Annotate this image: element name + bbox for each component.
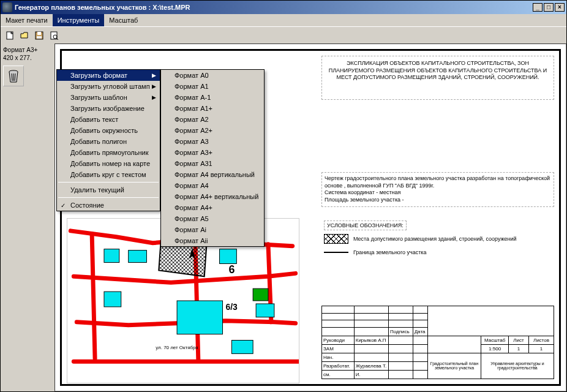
format-a2plus[interactable]: Формат А2+	[161, 125, 264, 136]
sheet-title-block[interactable]: ЭКСПЛИКАЦИЯ ОБЪЕКТОВ КАПИТАЛЬНОГО СТРОИТ…	[321, 56, 554, 100]
new-icon	[5, 31, 15, 40]
menu-add-circle[interactable]: Добавить окружность	[57, 125, 160, 136]
open-button[interactable]	[18, 29, 31, 42]
sheet-info-block[interactable]: Чертеж градостроительного плана земельно…	[321, 172, 554, 207]
legend-row-line: Граница земельного участка	[324, 247, 552, 257]
svg-rect-17	[231, 341, 253, 354]
menu-add-text[interactable]: Добавить текст	[57, 114, 160, 125]
left-panel: Формат А3+ 420 x 277.	[1, 43, 54, 391]
save-button[interactable]	[32, 29, 46, 42]
preview-button[interactable]	[47, 29, 61, 42]
titlebar: Генератор планов земельных участков : X:…	[1, 1, 566, 14]
format-a0[interactable]: Формат А0	[161, 70, 264, 81]
trash-icon	[7, 69, 20, 83]
format-a4[interactable]: Формат А4	[161, 180, 264, 191]
format-a-1[interactable]: Формат А-1	[161, 92, 264, 103]
new-button[interactable]	[3, 29, 17, 42]
svg-rect-2	[37, 32, 41, 35]
hatch-swatch-icon	[324, 234, 348, 244]
svg-text:ул. 70 лет Октября: ул. 70 лет Октября	[156, 345, 198, 350]
format-label: Формат А3+ 420 x 277.	[3, 46, 52, 62]
legend-title[interactable]: УСЛОВНЫЕ ОБОЗНАЧЕНИЯ:	[324, 221, 407, 230]
svg-text:6: 6	[228, 263, 235, 276]
legend-text: Места допустимого размещения зданий, стр…	[353, 236, 517, 242]
line-swatch-icon	[324, 247, 348, 257]
menu-scale[interactable]: Масштаб	[104, 14, 143, 26]
format-a1[interactable]: Формат А1	[161, 81, 264, 92]
format-a4plus-vert[interactable]: Формат А4+ вертикальный	[161, 191, 264, 202]
format-ai[interactable]: Формат Ai	[161, 224, 264, 235]
legend-block: УСЛОВНЫЕ ОБОЗНАЧЕНИЯ: Места допустимого …	[321, 218, 554, 263]
svg-rect-16	[177, 301, 222, 334]
legend-text: Граница земельного участка	[353, 249, 426, 255]
svg-rect-12	[104, 249, 119, 263]
save-icon	[34, 31, 44, 40]
menu-delete-current[interactable]: Удалить текущий	[57, 184, 160, 195]
format-a4plus[interactable]: Формат А4+	[161, 202, 264, 213]
menu-load-template[interactable]: Загрузить шаблон▶	[57, 92, 160, 103]
window-title: Генератор планов земельных участков : X:…	[15, 4, 533, 11]
format-aii[interactable]: Формат Aii	[161, 235, 264, 246]
delete-button[interactable]	[3, 66, 24, 86]
instruments-dropdown: Загрузить формат▶ Загрузить угловой штам…	[56, 69, 160, 211]
format-a31[interactable]: Формат А31	[161, 158, 264, 169]
format-a3plus[interactable]: Формат А3+	[161, 147, 264, 158]
svg-rect-20	[253, 288, 268, 301]
menu-add-circle-text[interactable]: Добавить круг с текстом	[57, 169, 160, 180]
menu-add-map-number[interactable]: Добавить номер на карте	[57, 158, 160, 169]
maximize-button[interactable]: □	[544, 3, 554, 12]
menu-load-format[interactable]: Загрузить формат▶	[57, 70, 160, 81]
open-icon	[20, 31, 29, 40]
svg-rect-15	[104, 292, 121, 307]
format-a4-vert[interactable]: Формат А4 вертикальный	[161, 169, 264, 180]
svg-rect-3	[37, 36, 42, 39]
svg-rect-14	[220, 249, 237, 264]
menu-add-rect[interactable]: Добавить прямоугольник	[57, 147, 160, 158]
format-a3[interactable]: Формат А3	[161, 136, 264, 147]
menu-instruments[interactable]: Инструменты	[53, 14, 105, 26]
menubar: Макет печати Инструменты Масштаб	[1, 14, 566, 26]
menu-load-stamp[interactable]: Загрузить угловой штамп▶	[57, 81, 160, 92]
legend-row-hatch: Места допустимого размещения зданий, стр…	[324, 234, 552, 244]
format-a2[interactable]: Формат А2	[161, 114, 264, 125]
svg-rect-13	[129, 251, 147, 263]
menu-print-layout[interactable]: Макет печати	[1, 14, 53, 26]
menu-state[interactable]: ✓Состояние	[57, 200, 160, 211]
minimize-button[interactable]: _	[533, 3, 543, 12]
svg-rect-18	[256, 304, 274, 317]
app-icon	[2, 2, 12, 12]
svg-text:6/3: 6/3	[225, 302, 238, 312]
menu-add-polygon[interactable]: Добавить полигон	[57, 136, 160, 147]
format-a5[interactable]: Формат А5	[161, 213, 264, 224]
format-dropdown: Формат А0 Формат А1 Формат А-1 Формат А1…	[160, 69, 265, 247]
close-button[interactable]: ×	[555, 3, 565, 12]
toolbar	[1, 26, 566, 43]
format-a1plus[interactable]: Формат А1+	[161, 103, 264, 114]
preview-icon	[49, 31, 59, 40]
stamp-block[interactable]: ПодписьДата РуководиКирьяков А.П Масштаб…	[321, 306, 554, 379]
menu-load-image[interactable]: Загрузить изображение	[57, 103, 160, 114]
